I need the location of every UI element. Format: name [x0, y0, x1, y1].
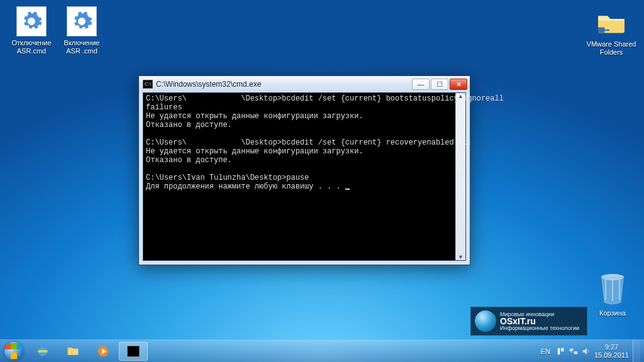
folder-icon: [66, 345, 80, 358]
language-indicator[interactable]: EN: [538, 348, 553, 355]
cmd-titlebar[interactable]: C:\ C:\Windows\system32\cmd.exe — ☐ ✕: [139, 76, 470, 92]
gear-icon: [16, 6, 47, 36]
recycle-bin-label: Корзина: [590, 309, 635, 317]
system-tray[interactable]: EN 9:27 15.09.2011: [535, 340, 644, 362]
taskbar-explorer[interactable]: [58, 342, 87, 361]
desktop-icon-enable-asr[interactable]: Включение ASR .cmd: [58, 6, 106, 55]
taskbar-wmp[interactable]: [89, 342, 118, 361]
cmd-body[interactable]: C:\Users\ \Desktop>bcdedit /set {current…: [143, 92, 466, 261]
folder-icon: [596, 8, 626, 38]
svg-rect-0: [598, 28, 605, 33]
desktop-icon-vmware-shared[interactable]: VMware Shared Folders: [585, 8, 638, 57]
cmd-title-text: C:\Windows\system32\cmd.exe: [156, 80, 261, 89]
desktop-icon-label: Включение ASR .cmd: [58, 39, 106, 55]
maximize-button[interactable]: ☐: [431, 79, 448, 90]
recycle-bin-icon: [597, 272, 628, 305]
tray-network-icon[interactable]: [569, 347, 578, 356]
badge-line2: Информационные технологии: [500, 325, 579, 332]
ie-icon: [36, 345, 50, 358]
cmd-scrollbar[interactable]: [455, 93, 465, 260]
close-button[interactable]: ✕: [450, 79, 467, 90]
gear-icon: [67, 6, 97, 36]
taskbar-cmd[interactable]: [119, 342, 148, 361]
tray-time: 9:27: [594, 343, 629, 351]
svg-rect-4: [570, 348, 573, 351]
cmd-output: C:\Users\ \Desktop>bcdedit /set {current…: [143, 93, 465, 192]
desktop-icon-label: VMware Shared Folders: [585, 40, 638, 57]
watermark-badge: Мировые инновации OSxIT.ru Информационны…: [470, 307, 587, 336]
cmd-icon: [127, 346, 140, 357]
desktop-icon-label: Отключение ASR.cmd: [8, 39, 55, 55]
badge-brand: OSxIT.ru: [500, 318, 579, 325]
recycle-bin[interactable]: Корзина: [590, 272, 635, 317]
taskbar-ie[interactable]: [28, 342, 57, 361]
globe-icon: [475, 310, 496, 332]
start-button[interactable]: [0, 340, 28, 363]
tray-clock[interactable]: 9:27 15.09.2011: [594, 343, 629, 359]
tray-volume-icon[interactable]: [582, 347, 591, 356]
windows-orb-icon: [4, 342, 23, 361]
minimize-button[interactable]: —: [412, 79, 430, 90]
taskbar[interactable]: EN 9:27 15.09.2011: [0, 339, 644, 362]
cmd-window[interactable]: C:\ C:\Windows\system32\cmd.exe — ☐ ✕ C:…: [138, 75, 470, 265]
cmd-icon: C:\: [143, 80, 153, 89]
tray-date: 15.09.2011: [594, 351, 629, 359]
play-icon: [96, 345, 110, 358]
tray-flag-icon[interactable]: [557, 347, 565, 356]
desktop-icon-disable-asr[interactable]: Отключение ASR.cmd: [8, 6, 55, 55]
show-desktop-button[interactable]: [633, 340, 640, 363]
